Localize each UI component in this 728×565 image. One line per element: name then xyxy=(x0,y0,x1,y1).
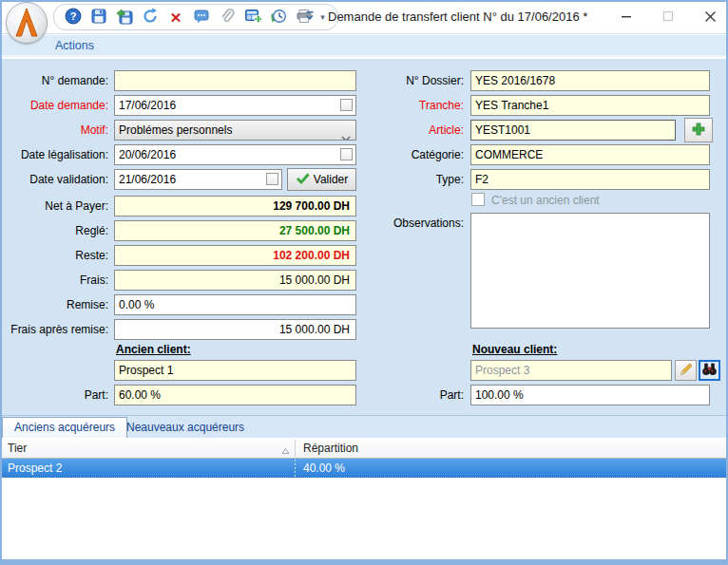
help-icon: ? xyxy=(65,8,82,28)
reste-value: 102 200.00 DH xyxy=(114,245,356,266)
observations-label: Observations: xyxy=(357,213,464,234)
window-title: Demande de transfert client N° du 17/06/… xyxy=(328,9,587,24)
refresh-button[interactable] xyxy=(139,6,162,28)
date-validation-input[interactable]: 21/06/2016 xyxy=(114,169,282,190)
reste-label: Reste: xyxy=(0,245,108,266)
type-label: Type: xyxy=(357,169,464,190)
tranche-label: Tranche: xyxy=(357,95,464,116)
grid-header: Tier Répartition xyxy=(0,438,728,459)
actions-menu[interactable]: Actions xyxy=(55,39,94,52)
search-nouveau-client-button[interactable] xyxy=(699,360,720,381)
pencil-icon xyxy=(678,361,694,380)
article-input[interactable]: YEST1001 xyxy=(470,120,676,141)
motif-dropdown[interactable]: Problémes personnels xyxy=(114,120,356,141)
binoculars-icon xyxy=(701,362,718,379)
num-demande-input[interactable] xyxy=(114,70,356,91)
application-window: ? ✕ xyxy=(0,0,728,565)
chevron-down-icon xyxy=(341,128,351,141)
date-legalisation-checkbox[interactable] xyxy=(340,148,353,160)
observations-textarea[interactable] xyxy=(470,213,710,329)
nouveau-client-heading: Nouveau client: xyxy=(472,343,557,356)
attachment-button[interactable] xyxy=(216,6,239,28)
date-demande-label: Date demande: xyxy=(0,95,108,116)
green-check-icon xyxy=(296,172,310,187)
article-label: Article: xyxy=(357,120,464,141)
part-ancien-label: Part: xyxy=(0,385,108,405)
history-clock-icon xyxy=(270,8,287,28)
motif-label: Motif: xyxy=(0,120,108,141)
edit-nouveau-client-button[interactable] xyxy=(675,360,697,381)
frais-apres-remise-label: Frais après remise: xyxy=(0,319,108,340)
date-demande-input[interactable]: 17/06/2016 xyxy=(114,95,356,116)
history-button[interactable] xyxy=(267,6,290,28)
part-nouveau-label: Part: xyxy=(357,385,464,405)
type-input[interactable]: F2 xyxy=(470,169,710,190)
frais-apres-remise-input[interactable]: 15 000.00 DH xyxy=(114,319,356,340)
quick-access-toolbar: ? ✕ xyxy=(53,4,338,30)
close-button[interactable] xyxy=(699,6,720,27)
save-button[interactable] xyxy=(87,6,110,28)
categorie-input[interactable]: COMMERCE xyxy=(470,144,710,165)
num-dossier-label: N° Dossier: xyxy=(357,70,464,91)
remise-label: Remise: xyxy=(0,294,108,315)
paperclip-icon xyxy=(219,8,236,28)
ancien-client-checkbox-label: C'est un ancien client xyxy=(491,194,600,207)
frais-value: 15 000.00 DH xyxy=(114,270,356,291)
calculator-plus-icon xyxy=(244,8,262,28)
help-button[interactable]: ? xyxy=(62,6,85,28)
date-legalisation-input[interactable]: 20/06/2016 xyxy=(114,144,356,165)
date-demande-checkbox[interactable] xyxy=(340,99,353,111)
remise-input[interactable]: 0.00 % xyxy=(114,294,356,315)
num-dossier-input[interactable]: YES 2016/1678 xyxy=(470,70,710,91)
menu-bar: Actions xyxy=(0,35,728,57)
categorie-label: Catégorie: xyxy=(357,144,464,165)
valider-button[interactable]: Valider xyxy=(287,168,356,191)
sort-ascending-icon xyxy=(281,444,290,458)
svg-text:?: ? xyxy=(70,10,77,22)
save-icon xyxy=(90,8,107,28)
net-a-payer-label: Net à Payer: xyxy=(0,196,108,217)
date-legalisation-label: Date légalisation: xyxy=(0,144,108,165)
regle-value: 27 500.00 DH xyxy=(114,220,356,241)
save-as-icon xyxy=(116,8,133,28)
maximize-button[interactable] xyxy=(658,6,679,27)
ancien-client-input[interactable]: Prospect 1 xyxy=(114,360,356,381)
part-nouveau-input[interactable]: 100.00 % xyxy=(470,385,710,405)
window-controls xyxy=(616,6,720,27)
regle-label: Reglé: xyxy=(0,220,108,241)
form-area: N° demande: Date demande: 17/06/2016 Mot… xyxy=(0,59,728,415)
ancien-client-checkbox[interactable] xyxy=(471,193,485,206)
comment-icon xyxy=(193,8,210,28)
add-article-button[interactable] xyxy=(684,118,713,142)
overflow-chevron-icon xyxy=(304,9,316,26)
refresh-icon xyxy=(142,8,159,28)
app-logo-caret-icon xyxy=(7,3,47,43)
delete-icon: ✕ xyxy=(170,10,182,25)
column-header-tier[interactable]: Tier xyxy=(0,438,295,459)
plus-icon xyxy=(691,122,706,140)
date-validation-checkbox[interactable] xyxy=(266,173,278,185)
add-calculation-button[interactable] xyxy=(241,6,264,28)
nouveau-client-input[interactable]: Prospect 3 xyxy=(470,360,672,381)
cell-repartition: 40.00 % xyxy=(296,459,728,478)
column-header-repartition[interactable]: Répartition xyxy=(296,438,728,459)
tranche-input[interactable]: YES Tranche1 xyxy=(470,95,710,116)
comment-button[interactable] xyxy=(190,6,213,28)
table-row[interactable]: Prospect 2 40.00 % xyxy=(0,459,728,478)
save-as-button[interactable] xyxy=(113,6,136,28)
app-logo xyxy=(6,2,48,44)
minimize-button[interactable] xyxy=(616,6,637,27)
tab-neauveaux-acquereurs[interactable]: Neauveaux acquéreurs xyxy=(115,416,256,439)
frais-label: Frais: xyxy=(0,270,108,291)
toolbar-overflow-button[interactable] xyxy=(302,8,317,27)
num-demande-label: N° demande: xyxy=(0,70,108,91)
title-bar: ? ✕ xyxy=(0,0,728,34)
net-a-payer-value: 129 700.00 DH xyxy=(114,196,356,217)
delete-button[interactable]: ✕ xyxy=(164,6,187,28)
dropdown-caret-icon: ▾ xyxy=(320,12,325,22)
date-validation-label: Date validation: xyxy=(0,169,108,190)
ancien-client-heading: Ancien client: xyxy=(116,343,191,356)
tab-anciens-acquereurs[interactable]: Anciens acquéreurs xyxy=(2,417,127,439)
cell-tier: Prospect 2 xyxy=(0,459,295,478)
part-ancien-input[interactable]: 60.00 % xyxy=(114,385,356,405)
